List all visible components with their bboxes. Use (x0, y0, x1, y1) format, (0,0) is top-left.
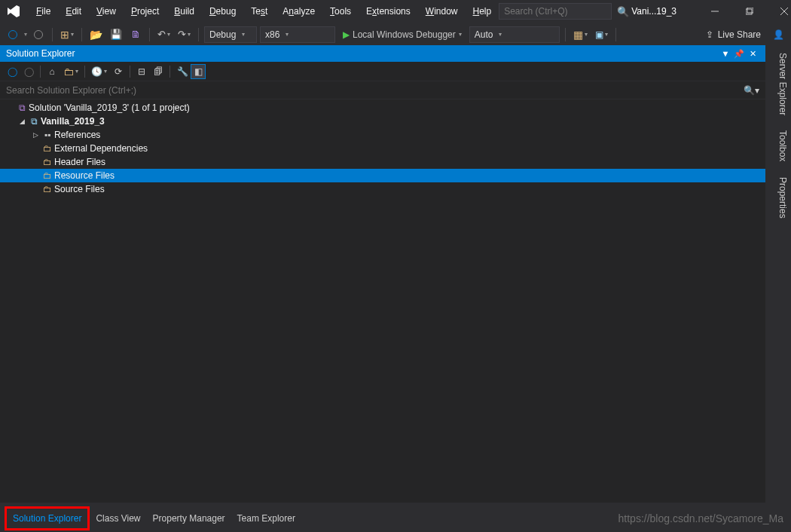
solution-node[interactable]: ⧉ Solution 'Vanilla_2019_3' (1 of 1 proj… (0, 101, 765, 115)
tab-solution-explorer[interactable]: Solution Explorer (7, 510, 87, 527)
expander-icon[interactable] (17, 118, 27, 125)
external-deps-label: External Dependencies (54, 143, 148, 154)
solution-platform-combo[interactable]: x86 (260, 26, 335, 43)
live-share-button[interactable]: ⇪ Live Share (706, 29, 761, 40)
source-files-label: Source Files (54, 184, 105, 194)
solution-explorer-header: Solution Explorer ▼ 📌 ✕ (0, 45, 765, 62)
solution-config-combo[interactable]: Debug (204, 26, 257, 43)
debugger-label: Local Windows Debugger (353, 29, 456, 40)
share-icon: ⇪ (706, 29, 713, 40)
solution-explorer-toolbar: ◯ ◯ ⌂ 🗀 🕓 ⟳ ⊟ 🗐 🔧 ◧ (0, 62, 765, 81)
watermark-text: https://blog.csdn.net/Sycamore_Ma (618, 512, 783, 524)
tab-class-view[interactable]: Class View (90, 510, 146, 527)
feedback-button[interactable]: 👤 (770, 26, 786, 43)
save-all-button[interactable]: 🗎 (127, 26, 144, 43)
properties-tab[interactable]: Properties (772, 170, 791, 226)
folder-icon: 🗀 (41, 170, 54, 181)
search-icon: 🔍▾ (744, 85, 759, 96)
folder-icon: 🗀 (41, 157, 54, 167)
project-label: Vanilla_2019_3 (41, 116, 105, 127)
folder-icon: 🗀 (41, 184, 54, 194)
undo-button[interactable]: ↶ (155, 26, 173, 43)
toolbar-extra1-button[interactable]: ▦ (571, 26, 590, 43)
standard-toolbar: ▾ ⊞ 📂 💾 🗎 ↶ ↷ Debug x86 ▶Local Windows D… (0, 23, 791, 45)
source-files-node[interactable]: 🗀 Source Files (0, 182, 765, 196)
panel-title: Solution Explorer (6, 48, 75, 59)
menu-extensions[interactable]: Extensions (359, 3, 418, 20)
tab-team-explorer[interactable]: Team Explorer (231, 510, 301, 527)
folder-icon: 🗀 (41, 143, 54, 154)
solution-explorer-search[interactable]: 🔍▾ (0, 81, 765, 99)
external-deps-node[interactable]: 🗀 External Dependencies (0, 142, 765, 155)
svg-rect-1 (746, 9, 752, 14)
references-label: References (54, 130, 100, 140)
nav-forward-button[interactable] (30, 26, 47, 43)
panel-pin-button[interactable]: 📌 (732, 49, 746, 59)
pending-changes-filter-button[interactable]: 🕓 (89, 64, 109, 79)
home-button[interactable]: ⌂ (44, 64, 60, 79)
highlight-box: Solution Explorer (5, 506, 90, 530)
toolbar-extra2-button[interactable]: ▣ (593, 26, 610, 43)
server-explorer-tab[interactable]: Server Explorer (772, 45, 791, 123)
quick-launch-input[interactable] (504, 6, 617, 17)
nav-back-button[interactable] (5, 26, 21, 43)
quick-launch-search[interactable]: 🔍 (499, 3, 612, 20)
start-debugging-button[interactable]: ▶Local Windows Debugger▾ (338, 26, 466, 43)
switch-views-button[interactable]: 🗀 (61, 64, 81, 79)
solution-label: Solution 'Vanilla_2019_3' (1 of 1 projec… (29, 102, 190, 113)
resource-files-label: Resource Files (54, 170, 115, 181)
document-title: Vani...19_3 (621, 0, 698, 23)
maximize-button[interactable] (732, 0, 767, 23)
solution-icon: ⧉ (15, 102, 29, 113)
minimize-button[interactable] (698, 0, 732, 23)
project-icon: ⧉ (27, 116, 41, 127)
menu-help[interactable]: Help (465, 3, 499, 20)
collapse-all-button[interactable]: ⊟ (134, 64, 149, 79)
vs-logo-icon (6, 2, 21, 20)
close-button[interactable] (767, 0, 791, 23)
title-bar: File Edit View Project Build Debug Test … (0, 0, 791, 23)
menu-window[interactable]: Window (418, 3, 466, 20)
tab-property-manager[interactable]: Property Manager (147, 510, 231, 527)
back-button[interactable]: ◯ (5, 64, 20, 79)
menu-project[interactable]: Project (124, 3, 166, 20)
properties-button[interactable]: 🔧 (175, 64, 191, 79)
menu-test[interactable]: Test (243, 3, 275, 20)
live-share-label: Live Share (718, 29, 761, 40)
panel-dropdown-button[interactable]: ▼ (719, 49, 732, 58)
expander-icon[interactable] (30, 131, 41, 139)
solution-search-input[interactable] (6, 85, 744, 96)
forward-button[interactable]: ◯ (21, 64, 36, 79)
svg-rect-2 (747, 8, 753, 13)
preview-selected-button[interactable]: ◧ (191, 64, 206, 79)
open-file-button[interactable]: 📂 (87, 26, 105, 43)
solution-tree[interactable]: ⧉ Solution 'Vanilla_2019_3' (1 of 1 proj… (0, 99, 765, 503)
project-node[interactable]: ⧉ Vanilla_2019_3 (0, 115, 765, 128)
show-all-files-button[interactable]: 🗐 (151, 64, 166, 79)
sync-button[interactable]: ⟳ (111, 64, 126, 79)
menu-analyze[interactable]: Analyze (275, 3, 322, 20)
menu-view[interactable]: View (89, 3, 124, 20)
references-node[interactable]: ▪▪ References (0, 128, 765, 142)
references-icon: ▪▪ (41, 130, 54, 140)
new-project-button[interactable]: ⊞ (58, 26, 76, 43)
main-menu: File Edit View Project Build Debug Test … (29, 3, 499, 20)
save-button[interactable]: 💾 (108, 26, 124, 43)
right-side-panels: Server Explorer Toolbox Properties (772, 45, 791, 505)
resource-files-node[interactable]: 🗀 Resource Files (0, 169, 765, 182)
header-files-label: Header Files (54, 157, 105, 167)
panel-close-button[interactable]: ✕ (746, 49, 759, 59)
menu-edit[interactable]: Edit (58, 3, 89, 20)
menu-file[interactable]: File (29, 3, 58, 20)
menu-tools[interactable]: Tools (322, 3, 359, 20)
menu-debug[interactable]: Debug (202, 3, 243, 20)
toolbox-tab[interactable]: Toolbox (772, 123, 791, 169)
header-files-node[interactable]: 🗀 Header Files (0, 155, 765, 169)
auto-combo[interactable]: Auto (469, 26, 560, 43)
menu-build[interactable]: Build (166, 3, 202, 20)
redo-button[interactable]: ↷ (176, 26, 193, 43)
